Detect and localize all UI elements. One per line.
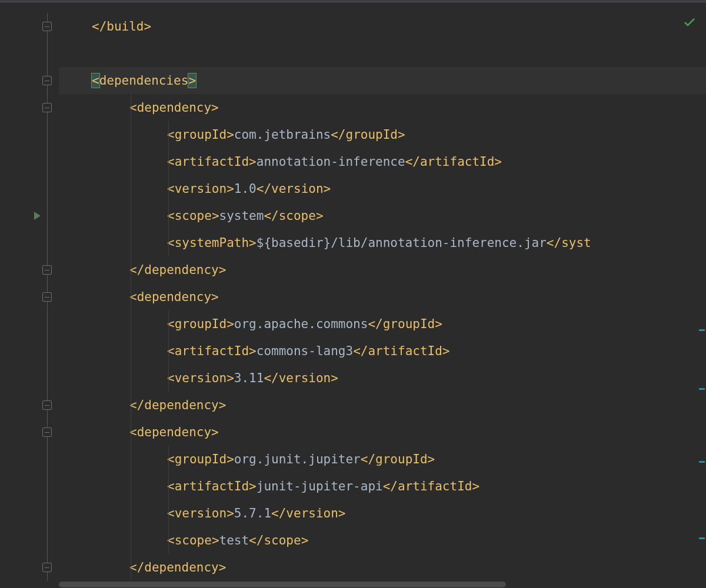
horizontal-scroll-thumb[interactable] (59, 582, 506, 587)
fold-expand-icon[interactable] (42, 292, 52, 302)
fold-collapse-icon[interactable] (42, 265, 52, 275)
code-line[interactable]: <scope>system</scope> (59, 202, 706, 229)
code-line[interactable]: <dependency> (59, 94, 706, 121)
code-line[interactable]: <version>5.7.1</version> (59, 500, 706, 527)
code-line[interactable] (59, 40, 706, 67)
fold-expand-icon[interactable] (42, 76, 52, 85)
code-line[interactable]: <dependency> (59, 283, 706, 310)
code-line[interactable]: </dependency> (59, 554, 706, 581)
fold-collapse-icon[interactable] (42, 563, 52, 572)
code-line[interactable]: </build> (59, 13, 706, 40)
code-line[interactable]: </dependency> (59, 392, 706, 419)
run-gutter-icon[interactable] (34, 212, 41, 220)
code-editor[interactable]: </build> <dependencies><dependency><grou… (0, 2, 706, 588)
fold-expand-icon[interactable] (42, 103, 52, 112)
code-line[interactable]: <systemPath>${basedir}/lib/annotation-in… (59, 229, 706, 256)
code-line[interactable]: </dependency> (59, 256, 706, 283)
code-line[interactable]: <dependency> (59, 419, 706, 446)
code-line[interactable]: <groupId>com.jetbrains</groupId> (59, 121, 706, 148)
fold-collapse-icon[interactable] (42, 22, 52, 31)
code-line[interactable]: <scope>test</scope> (59, 527, 706, 554)
code-line[interactable]: <version>1.0</version> (59, 175, 706, 202)
fold-expand-icon[interactable] (42, 427, 52, 437)
horizontal-scrollbar[interactable] (59, 581, 698, 588)
code-line[interactable]: <artifactId>annotation-inference</artifa… (59, 148, 706, 175)
fold-collapse-icon[interactable] (42, 400, 52, 410)
code-line[interactable]: <artifactId>junit-jupiter-api</artifactI… (59, 473, 706, 500)
code-line[interactable]: <version>3.11</version> (59, 365, 706, 392)
code-line[interactable]: <dependencies> (59, 67, 706, 94)
editor-gutter[interactable] (0, 2, 59, 588)
code-line[interactable]: <groupId>org.junit.jupiter</groupId> (59, 446, 706, 473)
code-line[interactable]: <groupId>org.apache.commons</groupId> (59, 310, 706, 338)
code-line[interactable]: <artifactId>commons-lang3</artifactId> (59, 338, 706, 365)
code-area[interactable]: </build> <dependencies><dependency><grou… (59, 2, 706, 588)
